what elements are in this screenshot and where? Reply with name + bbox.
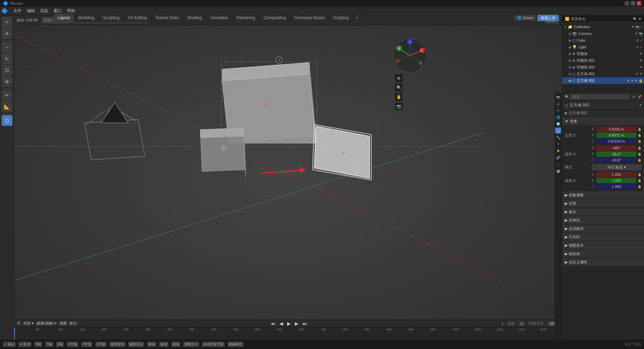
- tab-geometry-nodes[interactable]: Geometry Nodes: [290, 13, 329, 22]
- rotation-x-value[interactable]: -492°: [596, 145, 636, 151]
- scale-z-value[interactable]: 1.000: [596, 184, 636, 189]
- tool-add[interactable]: ◻: [2, 115, 12, 126]
- section-transform-delta-header[interactable]: ▶ 变换增量: [562, 191, 644, 199]
- props-icon-render[interactable]: 📷: [555, 94, 561, 100]
- markers-menu[interactable]: 标记: [69, 321, 77, 326]
- tool-measure[interactable]: 📐: [2, 101, 12, 112]
- scale-x-value[interactable]: 1.000: [596, 172, 636, 177]
- section-la-header[interactable]: ▶ 线条画: [562, 250, 644, 258]
- scale-y-lock-icon[interactable]: 🔒: [638, 179, 641, 182]
- cube002-filter-icon[interactable]: ▼: [627, 79, 630, 83]
- rotation-y-value[interactable]: -35.2°: [596, 151, 636, 157]
- position-x-value[interactable]: 4.8325 m: [596, 127, 636, 132]
- scale-x-lock-icon[interactable]: 🔒: [638, 173, 641, 176]
- props-icon-object[interactable]: ◻: [555, 128, 561, 134]
- props-icon-view[interactable]: 👁: [555, 107, 561, 113]
- scale-y-field[interactable]: Y 1.000 🔒: [592, 178, 641, 183]
- empty-eye-icon[interactable]: 👁: [639, 52, 643, 56]
- timeline-ruler[interactable]: 0 50 100 150 200 250 300 350 400 450 500…: [14, 327, 562, 340]
- outliner-filter-icon[interactable]: 🔍: [633, 17, 637, 21]
- rotation-x-field[interactable]: X -492° 🔒: [592, 145, 641, 151]
- position-x-lock-icon[interactable]: 🔒: [638, 128, 641, 131]
- tool-transform[interactable]: ⊕: [2, 76, 12, 87]
- empty001-eye-icon[interactable]: 👁: [639, 59, 643, 62]
- minimize-button[interactable]: ─: [625, 1, 629, 6]
- navigation-gizmo[interactable]: X Y Z: [393, 39, 427, 72]
- section-relations-header[interactable]: ▶ 关系: [562, 199, 644, 207]
- tool-annotate[interactable]: ✏: [2, 90, 12, 101]
- position-y-field[interactable]: Y 4.8971 m 🔒: [592, 133, 641, 138]
- empty002-eye-icon[interactable]: 👁: [639, 65, 643, 69]
- scene-filter-icon[interactable]: 🔽: [565, 17, 570, 21]
- cube002-filter2-icon[interactable]: ▼: [631, 79, 634, 83]
- tool-rotate[interactable]: ↻: [2, 53, 12, 64]
- tab-uv-editing[interactable]: UV Editing: [124, 13, 151, 22]
- tab-shading[interactable]: Shading: [183, 13, 206, 22]
- rotation-z-lock-icon[interactable]: 🔒: [638, 158, 641, 162]
- outliner-item-camera[interactable]: ▶ 📷 Camera 👁 📷: [562, 30, 644, 37]
- position-z-lock-icon[interactable]: 🔒: [638, 140, 641, 143]
- tab-modeling[interactable]: Modeling: [74, 13, 99, 22]
- upload-button[interactable]: 拖拽上传: [537, 15, 559, 21]
- tab-texture-paint[interactable]: Texture Paint: [151, 13, 183, 22]
- props-icon-scene[interactable]: 🌐: [555, 114, 561, 120]
- section-vis-header[interactable]: ▶ 可见性: [562, 233, 644, 241]
- rotation-y-field[interactable]: Y -35.2° 🔒: [592, 151, 641, 157]
- props-pin-icon[interactable]: 📌: [637, 95, 641, 99]
- outliner-item-cube002[interactable]: ▶ ◻ 立方体.002 ▼ ▼ 👁 🔒: [562, 77, 644, 84]
- light-check-icon[interactable]: ✓: [640, 45, 643, 49]
- position-y-value[interactable]: 4.8971 m: [596, 133, 636, 138]
- props-icon-modifier[interactable]: 🔧: [555, 134, 561, 140]
- props-expand-icon[interactable]: ↗: [639, 103, 641, 107]
- cube002-eye-icon[interactable]: 👁: [635, 79, 638, 83]
- tool-select[interactable]: ↖: [2, 17, 12, 28]
- section-transform-header[interactable]: ▼ 变换: [562, 117, 644, 125]
- section-vd-header[interactable]: ▶ 视图显示: [562, 241, 644, 249]
- rotation-y-lock-icon[interactable]: 🔒: [638, 152, 641, 156]
- scene-selector[interactable]: 🌐 Scene: [514, 15, 536, 21]
- scale-z-field[interactable]: Z 1.000 🔒: [592, 184, 641, 189]
- props-icon-particles[interactable]: ✦: [555, 141, 561, 147]
- section-collections-header[interactable]: ▶ 集合: [562, 208, 644, 216]
- properties-search-input[interactable]: [570, 94, 630, 99]
- tool-scale[interactable]: ⊡: [2, 65, 12, 76]
- outliner-item-empty[interactable]: ▶ ⊕ 空物体 👁: [562, 50, 644, 57]
- rotation-z-field[interactable]: Z -63.6° 🔒: [592, 157, 641, 163]
- tab-rendering[interactable]: Rendering: [232, 13, 259, 22]
- position-y-lock-icon[interactable]: 🔒: [638, 134, 641, 137]
- props-icon-output[interactable]: 🖨: [555, 101, 561, 107]
- prev-frame-btn[interactable]: ◀: [279, 321, 284, 326]
- props-icon-constraints[interactable]: 🔗: [555, 154, 561, 160]
- menu-item-render[interactable]: 渲染: [38, 7, 51, 14]
- view-menu[interactable]: 视图: [59, 321, 67, 326]
- outliner-item-cube001[interactable]: ▶ ◻ 立方体.001 ▼ 👁: [562, 70, 644, 77]
- outliner-item-empty002[interactable]: ▶ ⊕ 空物体.002 👁: [562, 64, 644, 70]
- tab-add[interactable]: +: [353, 13, 361, 22]
- rotation-z-value[interactable]: -63.6°: [596, 157, 636, 163]
- tool-cursor[interactable]: ✛: [2, 28, 12, 39]
- section-instancing-header[interactable]: ▶ 实例化: [562, 216, 644, 224]
- start-frame-val[interactable]: 1: [519, 321, 525, 326]
- cube-eye-icon[interactable]: 👁: [636, 39, 639, 42]
- tab-layout[interactable]: Layout: [54, 13, 74, 22]
- section-cp-header[interactable]: ▶ 自定义属性: [562, 258, 644, 266]
- cube-check-icon[interactable]: ✓: [640, 39, 643, 42]
- camera-cam-icon[interactable]: 📷: [639, 32, 643, 36]
- menu-item-edit[interactable]: 编辑: [24, 7, 38, 14]
- outliner-item-light[interactable]: ▶ 💡 Light 👁 ✓: [562, 44, 644, 50]
- scale-x-field[interactable]: X 1.000 🔒: [592, 172, 641, 177]
- outliner-item-collection[interactable]: ▼ 📁 Collection 👁 📷 ✓: [562, 23, 644, 30]
- rotation-mode-value[interactable]: XYZ 欧拉 ▾: [592, 164, 641, 170]
- playback-selector[interactable]: 回放 ▾: [23, 321, 34, 326]
- props-filter-icon[interactable]: ⚙: [632, 95, 635, 99]
- tab-compositing[interactable]: Compositing: [260, 13, 290, 22]
- tool-move[interactable]: ↔: [2, 42, 12, 53]
- jump-end-btn[interactable]: ⏭: [302, 321, 308, 326]
- viewport-3d[interactable]: X Y Z ⊕ 🔍 ✋ 📷 用户透视 (1) Collecti: [14, 15, 562, 340]
- tab-sculpting[interactable]: Sculpting: [99, 13, 124, 22]
- tab-animation[interactable]: Animation: [206, 13, 232, 22]
- jump-start-btn[interactable]: ⏮: [270, 321, 276, 326]
- close-button[interactable]: ✕: [637, 1, 641, 6]
- tab-scripting[interactable]: Scripting: [329, 13, 353, 22]
- props-icon-data[interactable]: △: [555, 161, 561, 167]
